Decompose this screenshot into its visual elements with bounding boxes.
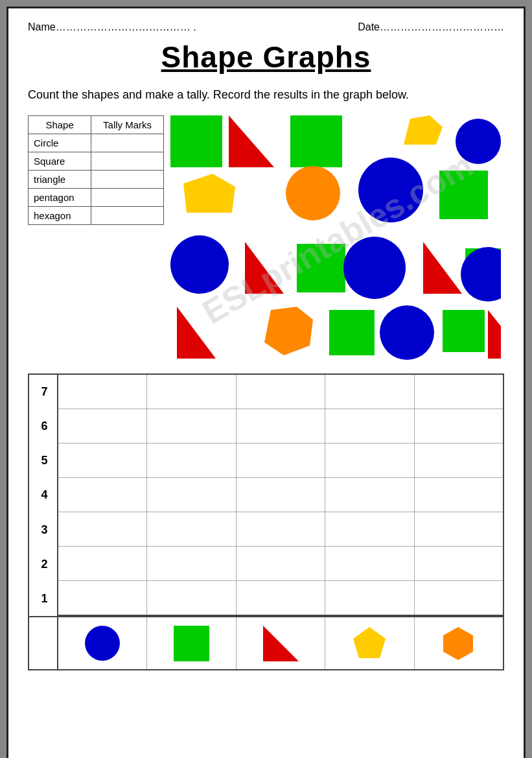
cell-3-2[interactable] (147, 512, 236, 546)
y-label-1: 1 (36, 582, 53, 616)
y-label-6: 6 (36, 409, 53, 443)
red-triangle-2 (245, 242, 284, 294)
bottom-icon-triangle (237, 617, 325, 669)
svg-point-0 (85, 626, 120, 661)
cell-6-4[interactable] (325, 409, 414, 443)
tally-col-shape: Shape (29, 116, 91, 134)
svg-rect-1 (174, 626, 209, 661)
tally-cell-triangle[interactable] (91, 171, 164, 189)
cell-2-5[interactable] (415, 547, 503, 580)
cell-7-1[interactable] (58, 375, 147, 409)
y-label-3: 3 (36, 513, 53, 547)
cell-1-4[interactable] (325, 581, 414, 615)
cell-4-2[interactable] (147, 478, 236, 512)
shape-name-triangle: triangle (29, 171, 91, 189)
bottom-pentagon-svg (352, 626, 387, 661)
green-square-1 (170, 115, 222, 167)
blue-circle-6 (380, 305, 434, 360)
cell-5-1[interactable] (58, 444, 147, 477)
cell-1-5[interactable] (415, 581, 503, 615)
worksheet-page: Name………………………………… . Date……………………………… Sha… (6, 6, 526, 758)
graph-row-6 (58, 409, 503, 444)
page-title: Shape Graphs (28, 40, 504, 75)
tally-col-marks: Tally Marks (91, 116, 164, 134)
cell-4-4[interactable] (325, 478, 414, 512)
bottom-square-svg (174, 626, 209, 661)
tally-table: Shape Tally Marks Circle Square triangle… (28, 115, 164, 225)
green-square-2 (290, 115, 342, 167)
yellow-pentagon-2 (183, 174, 235, 213)
table-row: Square (29, 152, 164, 171)
bottom-icon-pentagon (325, 617, 414, 669)
y-label-2: 2 (36, 548, 53, 582)
graph-inner: 7 6 5 4 3 2 1 (29, 375, 503, 616)
cell-6-3[interactable] (237, 409, 325, 443)
cell-6-2[interactable] (147, 409, 236, 443)
instructions-text: Count the shapes and make a tally. Recor… (28, 86, 504, 104)
cell-2-2[interactable] (147, 547, 236, 580)
cell-5-5[interactable] (415, 444, 503, 477)
cell-3-3[interactable] (237, 512, 325, 546)
orange-hexagon-1 (264, 307, 313, 355)
tally-cell-hexagon[interactable] (91, 207, 164, 225)
cell-5-3[interactable] (237, 444, 325, 477)
cell-4-3[interactable] (237, 478, 325, 512)
yellow-pentagon-1 (404, 115, 443, 145)
graph-row-7 (58, 375, 503, 409)
cell-5-4[interactable] (325, 444, 414, 477)
red-triangle-1 (229, 115, 274, 167)
shape-name-hexagon: hexagon (29, 207, 91, 225)
top-section: Shape Tally Marks Circle Square triangle… (28, 115, 504, 362)
cell-5-2[interactable] (147, 444, 236, 477)
cell-1-1[interactable] (58, 581, 147, 615)
svg-marker-4 (443, 627, 473, 660)
shape-name-pentagon: pentagon (29, 189, 91, 207)
blue-circle-4 (343, 237, 406, 299)
date-label: Date……………………………… (358, 21, 504, 33)
red-triangle-3 (423, 242, 462, 294)
bottom-icon-circle (58, 617, 147, 669)
cell-4-1[interactable] (58, 478, 147, 512)
cell-3-5[interactable] (415, 512, 503, 546)
tally-cell-pentagon[interactable] (91, 189, 164, 207)
bottom-triangle-svg (263, 626, 299, 661)
cell-7-2[interactable] (147, 375, 236, 409)
svg-marker-3 (353, 627, 386, 658)
green-square-4 (297, 244, 345, 292)
table-row: triangle (29, 171, 164, 189)
cell-2-4[interactable] (325, 547, 414, 580)
graph-bottom (29, 616, 503, 669)
cell-6-5[interactable] (415, 409, 503, 443)
cell-1-3[interactable] (237, 581, 325, 615)
graph-row-5 (58, 444, 503, 478)
red-triangle-5 (488, 310, 501, 359)
graph-bottom-spacer (29, 617, 58, 669)
cell-3-1[interactable] (58, 512, 147, 546)
tally-cell-circle[interactable] (91, 134, 164, 152)
blue-circle-2 (358, 158, 423, 222)
shape-name-circle: Circle (29, 134, 91, 152)
graph-row-1 (58, 581, 503, 616)
graph-grid (58, 375, 503, 616)
shapes-svg (170, 115, 501, 362)
table-row: pentagon (29, 189, 164, 207)
cell-2-3[interactable] (237, 547, 325, 580)
green-square-6 (329, 310, 375, 355)
cell-7-5[interactable] (415, 375, 503, 409)
cell-2-1[interactable] (58, 547, 147, 580)
cell-7-4[interactable] (325, 375, 414, 409)
cell-1-2[interactable] (147, 581, 236, 615)
svg-marker-2 (263, 626, 299, 661)
graph-row-4 (58, 478, 503, 512)
tally-cell-square[interactable] (91, 152, 164, 171)
cell-6-1[interactable] (58, 409, 147, 443)
bottom-icon-hexagon (415, 617, 503, 669)
graph-y-axis: 7 6 5 4 3 2 1 (29, 375, 58, 616)
cell-4-5[interactable] (415, 478, 503, 512)
y-label-7: 7 (36, 375, 53, 409)
table-row: Circle (29, 134, 164, 152)
header: Name………………………………… . Date……………………………… (28, 21, 504, 33)
cell-3-4[interactable] (325, 512, 414, 546)
red-triangle-4 (177, 307, 216, 359)
cell-7-3[interactable] (237, 375, 325, 409)
